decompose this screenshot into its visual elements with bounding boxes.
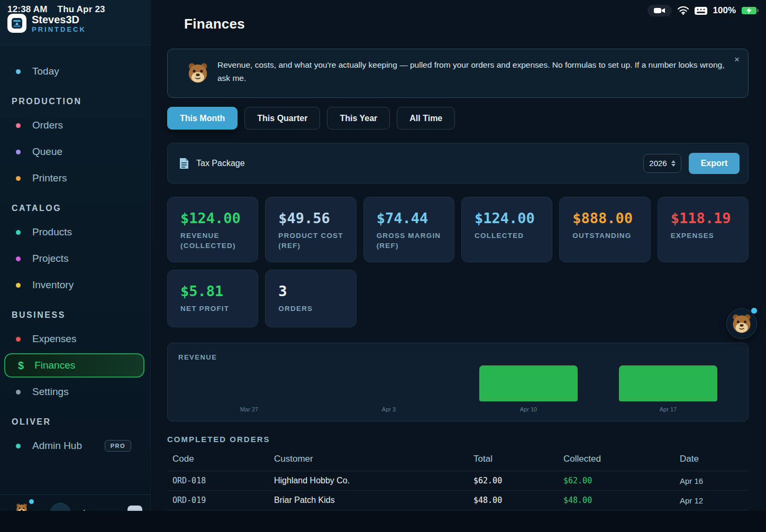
stat-label: ORDERS (278, 304, 347, 314)
stat-label: PRODUCT COST (REF) (278, 231, 347, 251)
table-row[interactable]: ORD-019 Briar Patch Kids $48.00 $48.00 A… (167, 491, 749, 510)
brand-text: Steves3D PRINTDECK (32, 14, 86, 33)
revenue-chart: REVENUE Mar 27 Apr 3 Apr 10 Apr 17 (167, 343, 749, 421)
sidebar-item-projects[interactable]: Projects (0, 245, 150, 272)
stat-value: $49.56 (278, 210, 355, 226)
app-window: 12:38 AM Thu Apr 23 Steves3D PRINTDECK (0, 0, 766, 511)
dot-icon (16, 230, 21, 235)
dot-icon (16, 283, 21, 288)
dot-icon (16, 176, 21, 181)
order-customer: Highland Hobby Co. (274, 476, 473, 485)
sidebar-item-label: Printers (32, 172, 67, 184)
col-customer: Customer (274, 454, 473, 464)
col-collected: Collected (563, 454, 680, 464)
notification-dot (751, 308, 757, 314)
order-collected: $62.00 (563, 476, 680, 485)
sidebar-item-label: Inventory (32, 279, 74, 291)
order-date: Apr 12 (680, 496, 749, 505)
dot-icon (16, 444, 21, 448)
filter-this-month[interactable]: This Month (167, 107, 238, 130)
section-business: BUSINESS (0, 305, 150, 326)
sidebar-item-expenses[interactable]: Expenses (0, 326, 150, 352)
sidebar-item-label: Projects (32, 253, 69, 264)
dot-icon (16, 69, 21, 74)
app-logo-icon (7, 14, 26, 33)
stat-card-expenses: $118.19 EXPENSES (658, 197, 749, 262)
sidebar-item-label: Finances (34, 360, 75, 371)
dot-icon (16, 150, 21, 154)
close-icon[interactable]: × (734, 54, 740, 65)
x-tick-label: Apr 17 (619, 406, 717, 412)
stat-value: $74.44 (377, 210, 454, 226)
order-collected: $48.00 (563, 496, 680, 505)
otter-assistant-icon[interactable] (15, 502, 29, 511)
stat-card-collected: $124.00 COLLECTED (461, 197, 552, 262)
filter-all-time[interactable]: All Time (397, 107, 455, 130)
section-catalog: CATALOG (0, 198, 150, 219)
stat-label: REVENUE (COLLECTED) (180, 231, 249, 251)
sidebar-item-finances[interactable]: $ Finances (4, 353, 144, 378)
stat-label: COLLECTED (475, 231, 543, 241)
sidebar-item-label: Today (32, 66, 59, 77)
order-total: $62.00 (473, 476, 563, 485)
sidebar-item-inventory[interactable]: Inventory (0, 272, 150, 298)
table-row[interactable]: ORD-018 Highland Hobby Co. $62.00 $62.00… (167, 471, 749, 491)
stat-label: OUTSTANDING (572, 231, 641, 241)
main-content: Finances Revenue, costs, and what you're… (151, 0, 766, 511)
brand-product: PRINTDECK (32, 25, 86, 33)
stat-card-product-cost: $49.56 PRODUCT COST (REF) (265, 197, 356, 262)
completed-orders-section: COMPLETED ORDERS Code Customer Total Col… (167, 435, 749, 510)
up-down-chevron-icon (671, 160, 676, 167)
sidebar-item-printers[interactable]: Printers (0, 165, 150, 191)
sidebar-footer: s steves ↩ (0, 494, 151, 511)
dot-icon (16, 256, 21, 261)
otter-assistant-button[interactable] (726, 308, 757, 339)
completed-orders-heading: COMPLETED ORDERS (167, 435, 749, 444)
sidebar-item-today[interactable]: Today (0, 58, 150, 85)
filter-this-year[interactable]: This Year (327, 107, 390, 130)
tax-package-panel: Tax Package 2026 Export (167, 143, 749, 184)
export-button[interactable]: Export (689, 153, 740, 174)
bar-group (619, 365, 717, 401)
col-total: Total (473, 454, 563, 464)
stat-value: 3 (278, 283, 355, 299)
stat-card-orders: 3 ORDERS (265, 270, 356, 327)
sidebar-item-label: Settings (32, 386, 69, 398)
stat-label: EXPENSES (671, 231, 740, 241)
filter-this-quarter[interactable]: This Quarter (244, 107, 320, 130)
stat-value: $124.00 (475, 210, 552, 226)
x-tick-label: Mar 27 (200, 406, 298, 412)
year-select[interactable]: 2026 (643, 154, 681, 173)
sidebar-item-queue[interactable]: Queue (0, 139, 150, 165)
stat-label: GROSS MARGIN (REF) (377, 231, 445, 251)
return-icon[interactable]: ↩ (127, 506, 142, 511)
order-code: ORD-019 (172, 496, 274, 505)
section-oliver: OLIVER (0, 411, 150, 433)
avatar[interactable]: s (50, 503, 71, 511)
order-code: ORD-018 (172, 476, 274, 485)
brand: Steves3D PRINTDECK (7, 14, 86, 33)
page-title: Finances (184, 16, 245, 32)
screen-bottom-strip (0, 511, 766, 532)
stat-card-outstanding: $888.00 OUTSTANDING (559, 197, 650, 262)
revenue-bar (479, 365, 578, 401)
sidebar-item-orders[interactable]: Orders (0, 112, 150, 139)
printer-icon (10, 16, 24, 30)
bar-group (479, 365, 578, 401)
info-banner: Revenue, costs, and what you're actually… (167, 49, 749, 98)
stat-value: $5.81 (180, 283, 258, 299)
stat-value: $118.19 (671, 210, 748, 226)
time-text: 12:38 AM (7, 4, 48, 14)
sidebar-item-settings[interactable]: Settings (0, 379, 150, 405)
order-customer: Briar Patch Kids (274, 496, 473, 505)
clock: 12:38 AM Thu Apr 23 (7, 4, 143, 15)
chart-title: REVENUE (178, 353, 217, 361)
time-filter-group: This Month This Quarter This Year All Ti… (167, 107, 455, 130)
revenue-bar (619, 365, 717, 401)
sidebar-item-label: Orders (32, 120, 63, 131)
notification-dot (29, 499, 34, 504)
sidebar-item-products[interactable]: Products (0, 219, 150, 245)
document-icon (179, 158, 189, 169)
sidebar-item-admin-hub[interactable]: Admin Hub PRO (0, 433, 150, 459)
sidebar-item-label: Products (32, 226, 72, 238)
